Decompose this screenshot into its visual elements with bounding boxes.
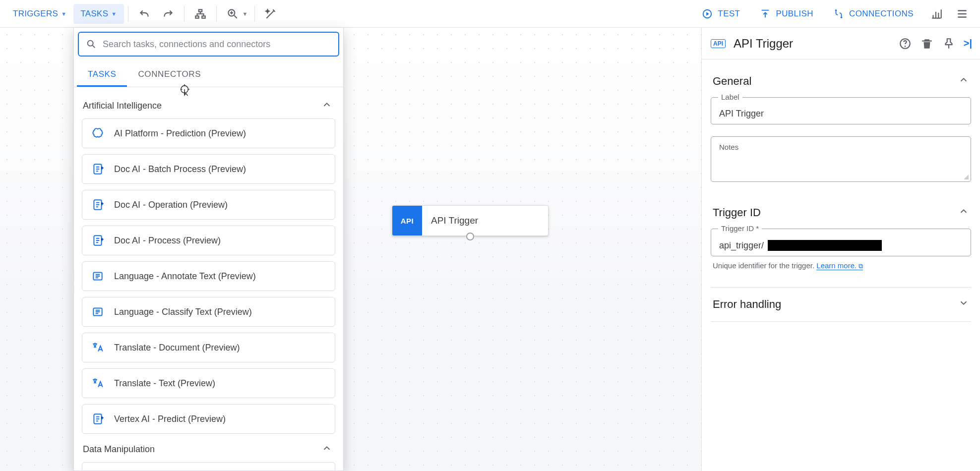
notes-field[interactable]: Notes	[711, 136, 971, 182]
search-wrap	[74, 28, 343, 62]
collapse-button[interactable]: >|	[960, 38, 976, 49]
pin-icon	[942, 37, 955, 50]
menu-button[interactable]	[950, 2, 974, 26]
task-item[interactable]: AI Platform - Prediction (Preview)	[82, 118, 335, 148]
triggerid-redacted	[768, 240, 882, 251]
chevron-up-icon	[958, 206, 969, 220]
section-error-header[interactable]: Error handling	[711, 291, 971, 318]
doc-icon	[91, 198, 104, 211]
node-label: API Trigger	[422, 206, 548, 236]
lang-icon	[91, 270, 104, 283]
redo-button[interactable]	[156, 2, 180, 26]
analytics-button[interactable]	[924, 2, 948, 26]
toolbar-right: TEST PUBLISH CONNECTIONS	[693, 2, 974, 26]
resize-handle-icon[interactable]	[964, 175, 969, 179]
toolbar-left: TRIGGERS ▼ TASKS ▼ ▼	[6, 2, 283, 26]
svg-point-13	[904, 46, 906, 47]
api-trigger-node[interactable]: API API Trigger	[392, 205, 549, 236]
task-item[interactable]: Doc AI - Batch Process (Preview)	[82, 154, 335, 184]
delete-button[interactable]	[916, 33, 938, 55]
top-toolbar: TRIGGERS ▼ TASKS ▼ ▼	[0, 0, 980, 28]
wand-icon	[264, 7, 277, 20]
redo-icon	[162, 7, 175, 20]
help-button[interactable]	[894, 33, 916, 55]
brain-icon	[91, 127, 104, 140]
task-label: Translate - Text (Preview)	[114, 378, 215, 389]
publish-label: PUBLISH	[776, 9, 813, 19]
zoom-dropdown[interactable]: ▼	[221, 2, 251, 26]
tasks-dropdown[interactable]: TASKS ▼	[73, 4, 123, 24]
section-general-header[interactable]: General	[711, 63, 971, 93]
doc-icon	[91, 412, 104, 425]
undo-button[interactable]	[132, 2, 156, 26]
chevron-up-icon	[958, 74, 969, 88]
label-field[interactable]: Label	[711, 97, 971, 124]
doc-icon	[91, 234, 104, 247]
divider	[184, 6, 184, 22]
zoom-icon	[226, 7, 239, 20]
publish-button[interactable]: PUBLISH	[751, 3, 822, 25]
notes-input[interactable]	[719, 154, 963, 174]
notes-field-label: Notes	[719, 143, 963, 151]
play-circle-icon	[702, 8, 713, 19]
lang-icon	[91, 305, 104, 318]
caret-down-icon: ▼	[61, 11, 66, 17]
section-triggerid-header[interactable]: Trigger ID	[711, 195, 971, 225]
task-label: Vertex AI - Predict (Preview)	[114, 414, 226, 424]
divider	[128, 6, 128, 22]
zoom-button[interactable]	[221, 2, 245, 26]
label-input[interactable]	[719, 109, 963, 119]
task-item[interactable]: Language - Annotate Text (Preview)	[82, 261, 335, 291]
task-label: Doc AI - Process (Preview)	[114, 236, 221, 246]
tab-tasks[interactable]: TASKS	[77, 62, 127, 87]
task-label: Language - Annotate Text (Preview)	[114, 271, 256, 282]
undo-icon	[138, 7, 151, 20]
triggerid-helper: Unique identifier for the trigger. Learn…	[711, 261, 971, 270]
section-header[interactable]: Data Manipulation	[74, 434, 343, 462]
triggerid-field[interactable]: Trigger ID * api_trigger/	[711, 229, 971, 256]
divider	[254, 6, 255, 22]
task-item[interactable]: Doc AI - Process (Preview)	[82, 226, 335, 255]
tasks-scroll[interactable]: Artificial IntelligenceAI Platform - Pre…	[74, 87, 343, 471]
tab-connectors[interactable]: CONNECTORS	[127, 62, 212, 87]
task-item[interactable]: Translate - Text (Preview)	[82, 368, 335, 398]
details-panel: API API Trigger >| General Label Notes	[701, 28, 980, 471]
task-item[interactable]: Language - Classify Text (Preview)	[82, 297, 335, 327]
task-item[interactable]: Data Mapping	[82, 462, 335, 471]
triggers-dropdown[interactable]: TRIGGERS ▼	[6, 4, 73, 24]
learn-more-link[interactable]: Learn more.⧉	[816, 261, 863, 270]
node-badge: API	[392, 206, 422, 236]
task-list: AI Platform - Prediction (Preview)Doc AI…	[74, 118, 343, 434]
details-badge: API	[711, 39, 726, 48]
pin-button[interactable]	[938, 33, 960, 55]
task-item[interactable]: Translate - Document (Preview)	[82, 333, 335, 362]
section-error-handling: Error handling	[711, 287, 971, 322]
section-title: Artificial Intelligence	[83, 101, 162, 111]
layout-button[interactable]	[188, 2, 212, 26]
caret-down-icon: ▼	[111, 11, 117, 17]
search-field[interactable]	[78, 32, 339, 57]
details-body: General Label Notes Trigger ID Trigger I…	[702, 59, 980, 471]
chevron-up-icon	[321, 99, 332, 113]
triggerid-field-label: Trigger ID *	[718, 224, 762, 233]
chevron-down-icon	[958, 297, 969, 311]
test-button[interactable]: TEST	[693, 3, 749, 25]
panel-tabs: TASKS CONNECTORS	[74, 62, 343, 87]
section-header[interactable]: Artificial Intelligence	[74, 90, 343, 118]
trash-icon	[920, 37, 933, 50]
details-title: API Trigger	[734, 37, 894, 51]
task-label: Translate - Document (Preview)	[114, 343, 240, 353]
magic-wand-button[interactable]	[259, 2, 283, 26]
svg-point-3	[841, 16, 842, 18]
node-output-port[interactable]	[466, 233, 474, 240]
search-input[interactable]	[103, 39, 331, 50]
task-list: Data Mapping	[74, 462, 343, 471]
test-label: TEST	[718, 9, 740, 19]
task-item[interactable]: Vertex AI - Predict (Preview)	[82, 404, 335, 434]
connections-button[interactable]: CONNECTIONS	[824, 3, 922, 25]
label-field-label: Label	[718, 93, 742, 101]
search-icon	[86, 39, 97, 50]
task-item[interactable]: Doc AI - Operation (Preview)	[82, 190, 335, 220]
details-header: API API Trigger >|	[702, 28, 980, 59]
section-title: Data Manipulation	[83, 444, 155, 455]
